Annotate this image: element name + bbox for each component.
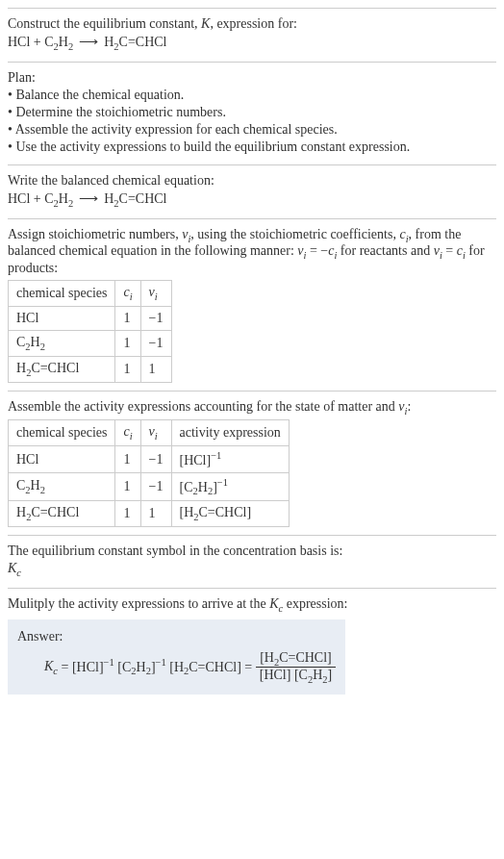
intro-text: Construct the equilibrium constant, K, e…	[8, 16, 496, 32]
symbol-section: The equilibrium constant symbol in the c…	[8, 535, 496, 588]
final-section: Mulitply the activity expressions to arr…	[8, 588, 496, 702]
cell-activity: [H2C=CHCl]	[171, 501, 289, 527]
cell-ci: 1	[115, 356, 140, 382]
cell-species: C2H2	[9, 472, 115, 500]
answer-expression: Kc = [HCl]−1 [C2H2]−1 [H2C=CHCl] = [H2C=…	[17, 650, 336, 686]
plan-heading: Plan:	[8, 70, 496, 86]
cell-ci: 1	[115, 306, 140, 330]
table-row: C2H2 1 −1	[9, 330, 172, 356]
col-ci: ci	[115, 420, 140, 446]
plan-bullet: • Determine the stoichiometric numbers.	[8, 105, 496, 120]
cell-vi: −1	[140, 446, 171, 473]
stoich-text: Assign stoichiometric numbers, νi, using…	[8, 227, 496, 277]
cell-activity: [C2H2]−1	[171, 472, 289, 500]
stoich-table: chemical species ci νi HCl 1 −1 C2H2 1 −…	[8, 280, 172, 382]
col-vi: νi	[140, 420, 171, 446]
cell-vi: 1	[140, 356, 171, 382]
cell-species: HCl	[9, 446, 115, 473]
activity-section: Assemble the activity expressions accoun…	[8, 391, 496, 536]
answer-box: Answer: Kc = [HCl]−1 [C2H2]−1 [H2C=CHCl]…	[8, 619, 345, 695]
plan-bullet: • Balance the chemical equation.	[8, 88, 496, 103]
answer-label: Answer:	[17, 629, 336, 644]
activity-text: Assemble the activity expressions accoun…	[8, 399, 496, 417]
table-header-row: chemical species ci νi	[9, 281, 172, 307]
plan-section: Plan: • Balance the chemical equation. •…	[8, 62, 496, 164]
balanced-heading: Write the balanced chemical equation:	[8, 173, 496, 189]
intro-section: Construct the equilibrium constant, K, e…	[8, 8, 496, 62]
cell-vi: 1	[140, 501, 171, 527]
table-row: C2H2 1 −1 [C2H2]−1	[9, 472, 290, 500]
balanced-section: Write the balanced chemical equation: HC…	[8, 164, 496, 218]
col-vi: νi	[140, 281, 171, 307]
intro-equation: HCl + C2H2⟶H2C=CHCl	[8, 34, 496, 52]
table-row: H2C=CHCl 1 1 [H2C=CHCl]	[9, 501, 290, 527]
cell-species: H2C=CHCl	[9, 501, 115, 527]
cell-activity: [HCl]−1	[171, 446, 289, 473]
col-species: chemical species	[9, 281, 115, 307]
symbol-text: The equilibrium constant symbol in the c…	[8, 543, 496, 559]
denominator: [HCl] [C2H2]	[256, 668, 336, 685]
activity-table: chemical species ci νi activity expressi…	[8, 419, 290, 527]
cell-species: C2H2	[9, 330, 115, 356]
fraction: [H2C=CHCl] [HCl] [C2H2]	[256, 650, 336, 686]
numerator: [H2C=CHCl]	[256, 650, 336, 669]
col-activity: activity expression	[171, 420, 289, 446]
cell-species: HCl	[9, 306, 115, 330]
cell-ci: 1	[115, 472, 140, 500]
symbol-value: Kc	[8, 561, 496, 578]
table-row: HCl 1 −1 [HCl]−1	[9, 446, 290, 473]
balanced-equation: HCl + C2H2⟶H2C=CHCl	[8, 190, 496, 209]
cell-vi: −1	[140, 472, 171, 500]
cell-ci: 1	[115, 330, 140, 356]
cell-ci: 1	[115, 501, 140, 527]
cell-vi: −1	[140, 306, 171, 330]
col-ci: ci	[115, 281, 140, 307]
stoich-section: Assign stoichiometric numbers, νi, using…	[8, 218, 496, 391]
plan-bullet: • Assemble the activity expression for e…	[8, 122, 496, 138]
final-text: Mulitply the activity expressions to arr…	[8, 596, 496, 614]
table-row: HCl 1 −1	[9, 306, 172, 330]
col-species: chemical species	[9, 420, 115, 446]
cell-vi: −1	[140, 330, 171, 356]
cell-ci: 1	[115, 446, 140, 473]
table-header-row: chemical species ci νi activity expressi…	[9, 420, 290, 446]
cell-species: H2C=CHCl	[9, 356, 115, 382]
plan-bullet: • Use the activity expressions to build …	[8, 139, 496, 155]
table-row: H2C=CHCl 1 1	[9, 356, 172, 382]
